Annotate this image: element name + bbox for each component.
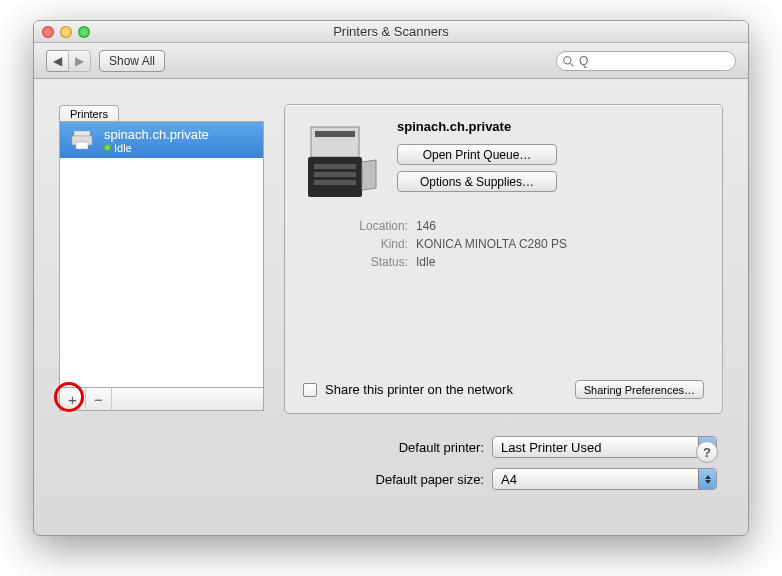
defaults-section: Default printer: Last Printer Used Defau…: [354, 436, 723, 500]
info-row-status: Status: Idle: [333, 255, 704, 269]
help-button[interactable]: ?: [696, 441, 718, 463]
default-paper-value: A4: [501, 472, 517, 487]
remove-printer-button[interactable]: −: [86, 388, 112, 410]
zoom-icon[interactable]: [78, 26, 90, 38]
svg-line-1: [570, 63, 573, 66]
printer-item-status: Idle: [104, 142, 209, 154]
svg-rect-2: [74, 131, 90, 136]
chevron-left-icon: ◀: [53, 54, 62, 68]
kind-label: Kind:: [333, 237, 408, 251]
default-paper-popup[interactable]: A4: [492, 468, 717, 490]
nav-segment: ◀ ▶: [46, 50, 91, 72]
default-paper-row: Default paper size: A4: [354, 468, 723, 490]
printers-tab[interactable]: Printers: [59, 105, 119, 122]
status-label: Status:: [333, 255, 408, 269]
svg-rect-8: [314, 164, 356, 169]
titlebar: Printers & Scanners: [34, 21, 748, 43]
share-label: Share this printer on the network: [325, 382, 567, 397]
printer-large-icon: [303, 119, 383, 209]
location-label: Location:: [333, 219, 408, 233]
detail-pane: spinach.ch.private Open Print Queue… Opt…: [284, 104, 723, 414]
minimize-icon[interactable]: [60, 26, 72, 38]
sharing-preferences-button[interactable]: Sharing Preferences…: [575, 380, 704, 399]
printer-item-status-label: Idle: [114, 142, 132, 154]
plus-icon: +: [68, 391, 77, 408]
window-title: Printers & Scanners: [42, 24, 740, 39]
show-all-button[interactable]: Show All: [99, 50, 165, 72]
location-value: 146: [416, 219, 436, 233]
share-checkbox[interactable]: [303, 383, 317, 397]
default-printer-popup[interactable]: Last Printer Used: [492, 436, 717, 458]
detail-top: spinach.ch.private Open Print Queue… Opt…: [303, 119, 704, 209]
svg-rect-4: [76, 142, 88, 149]
popup-arrows-icon: [698, 469, 716, 489]
kind-value: KONICA MINOLTA C280 PS: [416, 237, 567, 251]
default-printer-value: Last Printer Used: [501, 440, 601, 455]
printer-list-section: Printers spinach.ch.private Idle: [59, 104, 264, 411]
info-grid: Location: 146 Kind: KONICA MINOLTA C280 …: [333, 219, 704, 269]
help-icon: ?: [703, 445, 711, 460]
svg-point-0: [564, 56, 571, 63]
close-icon[interactable]: [42, 26, 54, 38]
info-row-location: Location: 146: [333, 219, 704, 233]
status-dot-icon: [104, 144, 111, 151]
info-row-kind: Kind: KONICA MINOLTA C280 PS: [333, 237, 704, 251]
svg-rect-6: [315, 131, 355, 137]
search-input[interactable]: [579, 54, 729, 68]
search-icon: [562, 55, 575, 68]
open-queue-button[interactable]: Open Print Queue…: [397, 144, 557, 165]
printer-list: spinach.ch.private Idle + −: [59, 121, 264, 411]
svg-rect-9: [314, 172, 356, 177]
default-printer-label: Default printer:: [354, 440, 484, 455]
printer-icon: [68, 126, 96, 154]
svg-rect-10: [314, 180, 356, 185]
preferences-window: Printers & Scanners ◀ ▶ Show All Printer…: [33, 20, 749, 536]
printer-item-text: spinach.ch.private Idle: [104, 127, 209, 154]
printer-list-item[interactable]: spinach.ch.private Idle: [60, 122, 263, 158]
share-row: Share this printer on the network Sharin…: [303, 380, 704, 399]
add-printer-button[interactable]: +: [60, 388, 86, 410]
toolbar: ◀ ▶ Show All: [34, 43, 748, 79]
forward-button: ▶: [68, 50, 91, 72]
default-printer-row: Default printer: Last Printer Used: [354, 436, 723, 458]
back-button[interactable]: ◀: [46, 50, 68, 72]
chevron-right-icon: ▶: [75, 54, 84, 68]
detail-right: spinach.ch.private Open Print Queue… Opt…: [397, 119, 704, 209]
default-paper-label: Default paper size:: [354, 472, 484, 487]
minus-icon: −: [94, 391, 103, 408]
printer-item-name: spinach.ch.private: [104, 127, 209, 142]
search-field[interactable]: [556, 51, 736, 71]
printer-title: spinach.ch.private: [397, 119, 704, 134]
options-supplies-button[interactable]: Options & Supplies…: [397, 171, 557, 192]
list-footer: + −: [60, 387, 263, 410]
traffic-lights: [42, 26, 90, 38]
status-value: Idle: [416, 255, 435, 269]
